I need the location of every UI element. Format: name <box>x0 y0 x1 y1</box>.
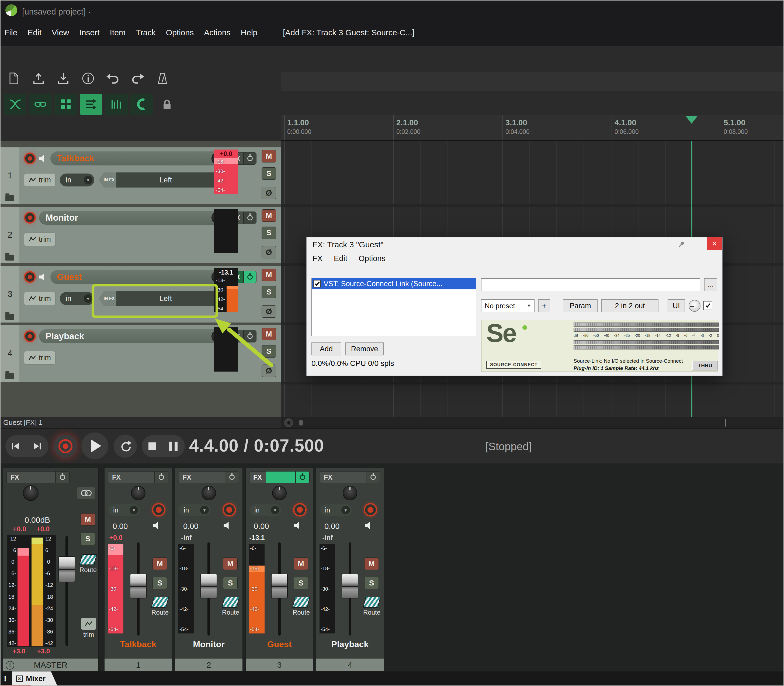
fx-chain-list[interactable]: VST: Source-Connect Link (Source... <box>312 278 476 336</box>
trim-button[interactable]: trim <box>24 173 56 187</box>
track-number-gutter[interactable]: 3 <box>0 266 20 323</box>
solo-button[interactable]: S <box>152 577 167 589</box>
trim-button[interactable]: trim <box>24 292 56 305</box>
add-fx-button[interactable]: Add <box>312 343 341 355</box>
menu-edit[interactable]: Edit <box>334 254 347 263</box>
track-row[interactable]: 4 Playback FX <box>0 325 281 382</box>
fx-button[interactable]: FX <box>250 472 295 483</box>
track-name-bar[interactable]: Talkback <box>51 152 225 165</box>
info-icon[interactable]: i <box>6 661 14 670</box>
mute-button[interactable]: M <box>223 557 238 570</box>
undo-icon[interactable] <box>105 70 121 87</box>
track-row[interactable]: 3 Guest FX <box>0 266 281 323</box>
menu-edit[interactable]: Edit <box>28 28 41 37</box>
fx-bypass-button[interactable] <box>243 271 256 283</box>
menu-help[interactable]: Help <box>241 28 258 37</box>
fx-bypass-button[interactable] <box>243 330 256 342</box>
mute-button[interactable]: M <box>261 150 276 162</box>
fx-bypass-button[interactable] <box>243 212 256 224</box>
fx-button[interactable]: FX <box>108 472 154 483</box>
channel-number[interactable]: 1 <box>105 658 172 671</box>
grid-button[interactable] <box>54 94 77 115</box>
volume-fader[interactable] <box>341 573 358 598</box>
channel-number[interactable]: 4 <box>316 658 384 671</box>
input-channel-selector[interactable]: Left ▼ <box>116 291 226 306</box>
trim-button[interactable]: trim <box>24 232 56 246</box>
speaker-icon[interactable] <box>224 521 232 529</box>
auto-crossfade-button[interactable] <box>4 94 26 115</box>
volume-value[interactable]: 0.00 <box>254 522 269 531</box>
volume-value[interactable]: 0.00 <box>113 522 128 531</box>
phase-button[interactable]: Ø <box>261 246 276 258</box>
volume-fader[interactable] <box>201 573 217 598</box>
mixer-fx-chip[interactable]: FX <box>179 471 239 483</box>
ui-button[interactable]: UI <box>668 299 685 312</box>
mute-button[interactable]: M <box>294 557 308 570</box>
record-arm-button[interactable] <box>364 503 377 516</box>
mixer-tab[interactable]: × Mixer <box>12 671 57 686</box>
menu-actions[interactable]: Actions <box>204 28 230 37</box>
input-selector[interactable]: in ▼ <box>60 292 94 305</box>
input-selector[interactable]: in ▼ <box>250 504 281 516</box>
project-info-icon[interactable] <box>80 70 96 87</box>
record-arm-button[interactable] <box>24 330 36 342</box>
track-row[interactable]: 1 Talkback FX <box>0 147 281 204</box>
folder-icon[interactable] <box>5 255 14 261</box>
speaker-icon[interactable] <box>294 521 302 529</box>
mute-button[interactable]: M <box>261 328 276 340</box>
play-button[interactable] <box>82 433 108 459</box>
track-name-bar[interactable]: Monitor <box>39 211 225 225</box>
add-preset-button[interactable]: + <box>538 299 550 312</box>
docker-close-icon[interactable]: × <box>16 676 23 682</box>
channel-name[interactable]: Guest <box>246 639 313 649</box>
edit-cursor-marker[interactable] <box>686 116 697 124</box>
volume-fader[interactable] <box>271 573 288 598</box>
record-arm-button[interactable] <box>24 212 36 224</box>
fx-button[interactable]: FX <box>320 472 366 483</box>
input-selector[interactable]: in ▼ <box>320 504 352 516</box>
save-project-icon[interactable] <box>55 70 72 87</box>
record-monitor-icon[interactable] <box>39 273 47 281</box>
channel-number[interactable]: 3 <box>246 658 313 671</box>
stop-button[interactable] <box>142 435 163 457</box>
scrollbar-thumb[interactable] <box>299 420 303 425</box>
menu-view[interactable]: View <box>52 28 69 37</box>
phase-button[interactable]: Ø <box>261 187 276 199</box>
pan-knob[interactable] <box>272 486 287 500</box>
track-row[interactable]: 2 Monitor FX <box>0 207 281 263</box>
menu-insert[interactable]: Insert <box>80 28 100 37</box>
menu-track[interactable]: Track <box>136 28 156 37</box>
record-arm-button[interactable] <box>293 503 307 516</box>
phase-button[interactable]: Ø <box>261 305 276 318</box>
transport-time-display[interactable]: 4.4.00 / 0:07.500 <box>189 436 324 456</box>
master-fx-chip[interactable]: FX <box>7 471 70 483</box>
track-panel[interactable]: Monitor FX trim <box>21 207 280 263</box>
fx-button[interactable]: FX <box>7 472 55 483</box>
volume-value[interactable]: 0.00 <box>183 522 198 531</box>
fx-button[interactable]: FX <box>179 472 225 483</box>
fx-bypass-button[interactable] <box>55 472 69 483</box>
master-volume-fader[interactable] <box>59 556 75 582</box>
solo-button[interactable]: S <box>261 227 276 239</box>
mute-button[interactable]: M <box>80 513 95 526</box>
repeat-button[interactable] <box>114 434 137 458</box>
go-to-end-button[interactable] <box>26 435 47 457</box>
horizontal-scrollbar[interactable] <box>281 417 784 428</box>
mute-button[interactable]: M <box>152 557 167 570</box>
record-arm-button[interactable] <box>24 152 36 164</box>
pause-button[interactable] <box>163 435 184 457</box>
phase-button[interactable]: Ø <box>261 364 276 377</box>
track-name-bar[interactable]: Guest <box>51 270 225 284</box>
pin-icon[interactable] <box>676 240 686 249</box>
channel-name[interactable]: Playback <box>316 639 384 649</box>
trim-button[interactable]: trim <box>79 618 98 638</box>
folder-icon[interactable] <box>5 314 14 320</box>
record-monitor-icon[interactable] <box>39 154 47 162</box>
solo-button[interactable]: S <box>223 577 238 589</box>
trim-button[interactable]: trim <box>24 351 56 364</box>
input-channel-selector[interactable]: Left ▼ <box>116 172 226 188</box>
input-selector[interactable]: in ▼ <box>108 504 140 516</box>
route-button[interactable]: Route <box>361 597 382 616</box>
preset-name-input[interactable] <box>481 278 700 291</box>
input-fx-routing[interactable]: IN FX Left ▼ <box>99 291 226 306</box>
